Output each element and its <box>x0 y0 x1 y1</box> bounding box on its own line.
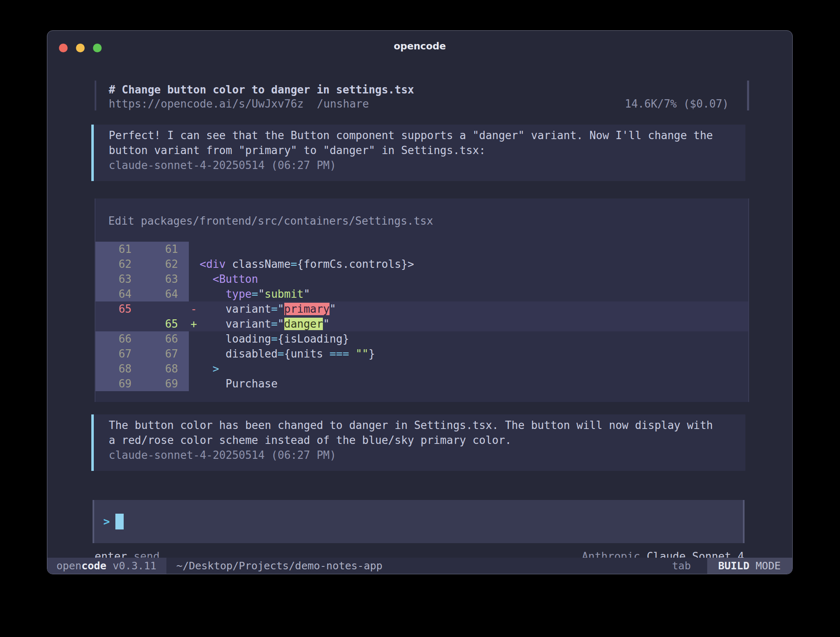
session-title: # Change button color to danger in setti… <box>109 83 747 97</box>
session-header: # Change button color to danger in setti… <box>95 81 749 110</box>
window-title: opencode <box>47 41 792 51</box>
app-name-code: code <box>81 560 106 572</box>
assistant-message: The button color has been changed to dan… <box>91 414 745 471</box>
diff-row: 6363 <Button <box>95 272 748 287</box>
diff-code-line: <div className={formCs.controls}> <box>200 257 748 272</box>
tab-key-hint: tab <box>672 560 691 572</box>
diff-code-line: type="submit" <box>200 287 748 301</box>
share-url[interactable]: https://opencode.ai/s/UwJxv76z <box>109 97 304 111</box>
working-directory: ~/Desktop/Projects/demo-notes-app <box>176 560 383 572</box>
model-timestamp: claude-sonnet-4-20250514 (06:27 PM) <box>109 448 737 463</box>
diff-code-line: variant="primary" <box>200 301 748 316</box>
assistant-message: Perfect! I can see that the Button compo… <box>91 125 745 181</box>
diff-code-line: loading={isLoading} <box>200 331 748 346</box>
model-timestamp: claude-sonnet-4-20250514 (06:27 PM) <box>109 158 737 173</box>
mode-suffix: MODE <box>750 560 781 572</box>
diff-row: 65+ variant="danger" <box>95 316 748 331</box>
token-usage: 14.6K/7% ($0.07) <box>625 97 729 111</box>
diff-code-line: <Button <box>200 272 748 287</box>
diff-code-line: > <box>200 361 748 376</box>
mode-name: BUILD <box>718 560 749 572</box>
diff-row: 65- variant="primary" <box>95 301 748 316</box>
app-version-badge: opencode v0.3.11 <box>47 558 166 574</box>
diff-row: 6666 loading={isLoading} <box>95 331 748 346</box>
diff-row: 6969 Purchase <box>95 376 748 391</box>
diff-view: 61616262<div className={formCs.controls}… <box>95 242 748 391</box>
diff-row: 6262<div className={formCs.controls}> <box>95 257 748 272</box>
text-cursor <box>115 514 124 529</box>
diff-code-line: Purchase <box>200 376 748 391</box>
edit-tool-header: Edit packages/frontend/src/containers/Se… <box>95 213 748 228</box>
diff-row: 6868 > <box>95 361 748 376</box>
message-line: button variant from "primary" to "danger… <box>109 143 737 158</box>
message-line: The button color has been changed to dan… <box>109 418 737 433</box>
prompt-symbol: > <box>103 515 110 528</box>
app-window: opencode # Change button color to danger… <box>47 30 793 574</box>
diff-row: 6767 disabled={units === ""} <box>95 346 748 361</box>
unshare-command[interactable]: /unshare <box>317 97 369 111</box>
diff-code-line <box>200 242 748 257</box>
titlebar: opencode <box>47 31 792 81</box>
app-version: v0.3.11 <box>106 560 156 572</box>
prompt-input[interactable]: > <box>93 500 745 543</box>
mode-badge[interactable]: BUILD MODE <box>707 558 792 574</box>
edit-tool-panel: Edit packages/frontend/src/containers/Se… <box>95 198 749 402</box>
message-line: Perfect! I can see that the Button compo… <box>109 128 737 143</box>
message-line: a red/rose color scheme instead of the b… <box>109 433 737 448</box>
diff-row: 6161 <box>95 242 748 257</box>
diff-code-line: disabled={units === ""} <box>200 346 748 361</box>
diff-row: 6464 type="submit" <box>95 287 748 301</box>
status-bar: opencode v0.3.11 ~/Desktop/Projects/demo… <box>47 558 792 574</box>
diff-code-line: variant="danger" <box>200 316 748 331</box>
app-name-open: open <box>56 560 81 572</box>
